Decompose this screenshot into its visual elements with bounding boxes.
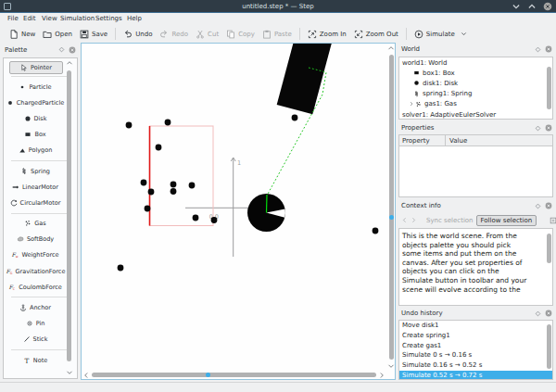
float-panel-icon[interactable] [535, 46, 541, 53]
menu-help[interactable]: Help [127, 15, 142, 22]
palette-item-particle[interactable]: Particle [5, 79, 66, 95]
undo-history-item[interactable]: Simulate 0 s → 0.16 s [399, 350, 552, 360]
gas-particle[interactable] [148, 189, 155, 196]
scrollbar-thumb[interactable] [547, 324, 551, 369]
close-panel-icon[interactable] [545, 310, 552, 317]
world-tree-item[interactable]: gas1: Gas [399, 99, 552, 109]
zoom-in-button[interactable]: Zoom In [304, 28, 350, 41]
gas-particle[interactable] [211, 217, 218, 223]
float-panel-icon[interactable] [58, 46, 65, 53]
palette-item-chargedparticle[interactable]: ChargedParticle [5, 95, 66, 110]
world-tree-item[interactable]: disk1: Disk [399, 78, 552, 88]
paste-button[interactable]: Paste [259, 28, 296, 41]
detach-info-icon[interactable] [550, 217, 556, 224]
palette-item-pin[interactable]: Pin [5, 316, 66, 332]
close-panel-icon[interactable] [545, 202, 552, 209]
scroll-down-icon[interactable] [387, 362, 395, 370]
world-tree-item[interactable]: box1: Box [399, 68, 552, 78]
canvas-vscrollbar[interactable] [387, 44, 396, 370]
float-panel-icon[interactable] [535, 310, 541, 317]
context-scrollbar[interactable] [546, 230, 551, 304]
scrollbar-thumb[interactable] [389, 55, 394, 360]
gas-particle[interactable] [141, 180, 147, 186]
world-canvas[interactable]: 10.0 [81, 43, 396, 380]
palette-item-note[interactable]: TNote [5, 352, 66, 368]
float-panel-icon[interactable] [535, 203, 541, 209]
palette-item-gas[interactable]: Gas [5, 216, 66, 232]
undo-history-item[interactable]: Move disk1 [399, 321, 552, 331]
float-panel-icon[interactable] [535, 125, 541, 132]
scroll-down-icon[interactable] [66, 369, 73, 376]
scrollbar-thumb[interactable] [67, 70, 71, 361]
scroll-left-icon[interactable] [82, 372, 90, 379]
close-panel-icon[interactable] [545, 45, 552, 53]
undo-scrollbar[interactable] [546, 322, 551, 378]
world-tree-item[interactable]: world1: World [399, 57, 552, 68]
palette-item-pointer[interactable]: Pointer [9, 61, 63, 74]
undo-button[interactable]: Undo [120, 28, 156, 41]
gas-region[interactable] [150, 126, 214, 226]
palette-item-polygon[interactable]: Polygon [5, 143, 66, 158]
scrollbar-thumb[interactable] [92, 373, 376, 377]
undo-history-item[interactable]: Simulate 0.16 s → 0.52 s [399, 360, 552, 371]
box-body[interactable] [277, 44, 334, 114]
palette-item-anchor[interactable]: Anchor [5, 299, 66, 315]
back-icon[interactable] [401, 217, 408, 223]
particle[interactable] [118, 265, 124, 272]
menu-file[interactable]: File [7, 15, 19, 22]
menu-settings[interactable]: Settings [95, 15, 122, 22]
gas-particle[interactable] [126, 122, 133, 129]
palette-item-circularmotor[interactable]: CircularMotor [5, 195, 66, 210]
sync-selection-button[interactable]: Sync selection [426, 217, 474, 224]
gas-particle[interactable] [171, 188, 177, 195]
maximize-icon[interactable] [527, 2, 537, 11]
gas-particle[interactable] [145, 206, 151, 212]
open-button[interactable]: Open [39, 28, 76, 41]
palette-item-weightforce[interactable]: FwWeightForce [5, 247, 66, 263]
palette-item-linearmotor[interactable]: LinearMotor [5, 179, 66, 195]
follow-selection-button[interactable]: Follow selection [476, 215, 537, 226]
menu-edit[interactable]: Edit [23, 15, 36, 22]
scroll-up-icon[interactable] [66, 59, 73, 67]
spring-end-segment[interactable] [267, 195, 268, 213]
undo-history-item[interactable]: Create gas1 [399, 341, 552, 351]
particle[interactable] [292, 115, 298, 121]
close-icon[interactable] [543, 2, 552, 11]
world-tree-item[interactable]: solver1: AdaptiveEulerSolver [399, 109, 552, 120]
palette-item-disk[interactable]: Disk [5, 110, 66, 126]
palette-item-gravitationforce[interactable]: FGGravitationForce [5, 263, 66, 279]
save-button[interactable]: Save [76, 28, 111, 41]
undo-history-item[interactable]: Simulate 0.52 s → 0.72 s [399, 371, 552, 380]
close-panel-icon[interactable] [545, 124, 552, 132]
undo-history-item[interactable]: Create spring1 [399, 331, 552, 341]
scrollbar-thumb[interactable] [547, 67, 551, 109]
zoom-out-button[interactable]: Zoom Out [350, 28, 402, 41]
scrollbar-thumb[interactable] [547, 234, 551, 263]
canvas-hscrollbar[interactable] [82, 371, 385, 379]
world-scrollbar[interactable] [546, 58, 551, 118]
new-button[interactable]: New [6, 28, 39, 41]
cut-button[interactable]: Cut [192, 28, 222, 41]
palette-item-coulombforce[interactable]: FCCoulombForce [5, 279, 66, 295]
forward-icon[interactable] [411, 217, 417, 223]
menu-simulation[interactable]: Simulation [60, 15, 95, 22]
palette-item-stick[interactable]: Stick [5, 332, 66, 348]
scroll-right-icon[interactable] [378, 372, 385, 379]
palette-item-spring[interactable]: Spring [5, 163, 66, 179]
copy-button[interactable]: Copy [222, 28, 259, 41]
gas-particle[interactable] [189, 183, 196, 189]
gas-particle[interactable] [156, 145, 162, 151]
menu-view[interactable]: View [42, 15, 57, 22]
palette-item-box[interactable]: Box [5, 127, 66, 143]
simulate-button[interactable]: Simulate [411, 28, 471, 41]
gas-particle[interactable] [171, 182, 177, 188]
minimize-icon[interactable] [512, 2, 521, 11]
gas-particle[interactable] [165, 120, 171, 126]
world-tree-item[interactable]: spring1: Spring [399, 89, 552, 99]
palette-item-softbody[interactable]: SoftBody [5, 232, 66, 247]
close-panel-icon[interactable] [69, 46, 76, 54]
gas-particle[interactable] [193, 215, 199, 221]
redo-button[interactable]: Redo [156, 28, 192, 41]
particle[interactable] [373, 228, 379, 234]
palette-scrollbar[interactable] [66, 59, 73, 376]
